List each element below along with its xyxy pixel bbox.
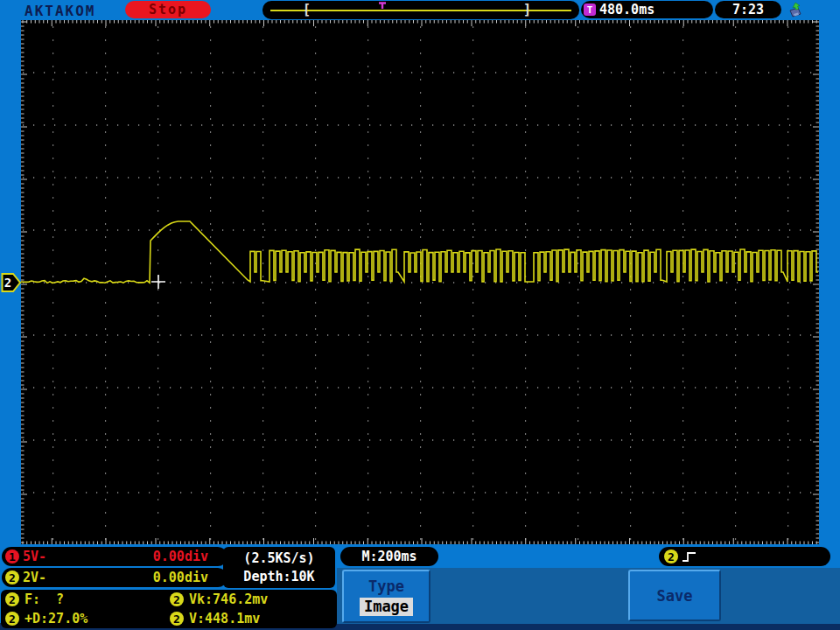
rising-edge-icon: [682, 550, 696, 564]
channel2-marker-label: 2: [4, 276, 11, 290]
save-button-label: Save: [657, 587, 693, 605]
channel2-badge: 2: [5, 570, 19, 584]
meas-value: V:448.1mv: [189, 611, 260, 626]
type-selected-value[interactable]: Image: [360, 598, 413, 616]
meas-value: F: ?: [24, 592, 64, 607]
channel2-scale: 2V-: [23, 570, 46, 585]
meas-value: +D:27.0%: [24, 611, 88, 626]
soft-menu-panel: Type Image Save: [337, 568, 840, 624]
trigger-level-value: 0.00mV: [700, 549, 747, 564]
measurement-frequency: 2 F: ?: [1, 590, 165, 609]
trigger-time-readout: T 480.0ms: [581, 1, 713, 18]
timebase-readout: M:200ms: [340, 547, 438, 566]
waveform-plot: [21, 20, 819, 544]
channel2-readout: 2 2V- 0.00div: [2, 568, 228, 587]
brand-logo: AKTAKOM: [24, 3, 95, 19]
measurements-panel: 2 F: ? 2 Vk:746.2mv 2 +D:27.0% 2 V:448.1…: [1, 590, 337, 628]
save-button[interactable]: Save: [628, 570, 721, 621]
type-button[interactable]: Type Image: [342, 570, 430, 623]
channel1-offset: 0.00div: [153, 549, 208, 564]
window-bracket-left: [: [303, 2, 311, 18]
meas-channel-badge: 2: [5, 612, 19, 626]
sample-rate: (2.5KS/s): [243, 550, 314, 568]
meas-channel-badge: 2: [170, 612, 184, 626]
type-button-label: Type: [368, 578, 404, 595]
meas-channel-badge: 2: [170, 592, 184, 606]
trigger-source-badge: 2: [664, 550, 678, 564]
meas-channel-badge: 2: [5, 592, 19, 606]
trigger-level-readout: 2 0.00mV: [659, 547, 830, 566]
usb-save-icon: [787, 2, 803, 18]
measurement-duty: 2 +D:27.0%: [1, 609, 165, 628]
channel1-scale: 5V-: [23, 549, 46, 564]
trigger-position-icon: [378, 2, 387, 10]
channel1-readout: 1 5V- 0.00div: [2, 547, 228, 566]
meas-value: Vk:746.2mv: [189, 592, 268, 607]
trigger-position-bar: [ ]: [262, 1, 579, 19]
measurement-v: 2 V:448.1mv: [165, 609, 337, 628]
oscilloscope-screen: AKTAKOM Stop [ ] T 480.0ms 7:23 2 1 5V- …: [0, 0, 840, 630]
channel2-offset: 0.00div: [153, 570, 208, 585]
channel1-badge: 1: [5, 550, 19, 564]
run-state-badge[interactable]: Stop: [125, 1, 211, 18]
acquire-readout: (2.5KS/s) Depth:10K: [223, 547, 335, 588]
channel2-position-marker[interactable]: 2: [1, 272, 22, 293]
window-bracket-right: ]: [523, 2, 531, 18]
graticule: [21, 20, 819, 544]
trigger-t-icon: T: [584, 4, 596, 16]
trigger-time-value: 480.0ms: [599, 2, 654, 18]
measurement-vk: 2 Vk:746.2mv: [165, 590, 337, 609]
clock: 7:23: [715, 1, 781, 18]
memory-depth: Depth:10K: [243, 568, 314, 586]
